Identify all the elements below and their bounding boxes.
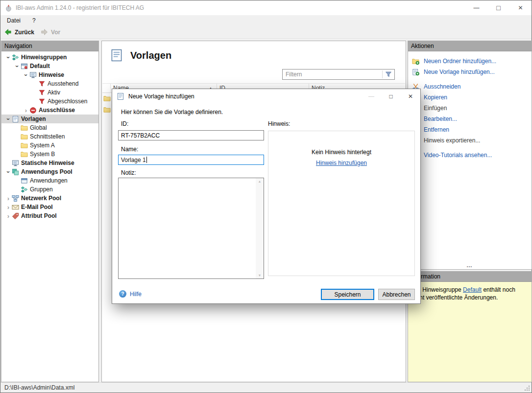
chevron-down-icon[interactable] xyxy=(5,169,12,175)
tree-item-netzwerk-pool[interactable]: Netzwerk Pool xyxy=(1,194,98,203)
action-video-tutorials[interactable]: Video-Tutorials ansehen... xyxy=(408,150,532,161)
close-button[interactable]: ✕ xyxy=(509,0,532,15)
minimize-button[interactable]: — xyxy=(465,0,487,15)
action-edit[interactable]: Bearbeiten... xyxy=(408,114,532,124)
tree-item-label: Default xyxy=(30,63,50,69)
dialog-close-button[interactable]: ✕ xyxy=(401,89,420,104)
template-icon xyxy=(12,116,19,123)
resize-grip-icon[interactable] xyxy=(524,385,530,391)
information-text: Die Hinweisgruppe Default enthält noch n… xyxy=(408,282,532,382)
menu-help[interactable]: ? xyxy=(32,17,36,24)
cancel-button[interactable]: Abbrechen xyxy=(378,289,415,300)
tree-item-ausschluesse[interactable]: Ausschlüsse xyxy=(1,106,98,115)
chevron-right-icon[interactable] xyxy=(5,213,12,219)
action-new-folder[interactable]: Neuen Ordner hinzufügen... xyxy=(408,56,532,67)
status-bar: D:\IBI-aws\Admin\Data.xml xyxy=(0,382,532,393)
mail-icon xyxy=(12,204,19,211)
chevron-down-icon[interactable] xyxy=(5,116,12,122)
app-window: IBI-aws Admin 1.24.0 - registriert für I… xyxy=(0,0,532,393)
action-remove[interactable]: Entfernen xyxy=(408,124,532,135)
tree-item-label: Global xyxy=(30,124,47,131)
forward-arrow-icon xyxy=(40,28,48,36)
dialog-minimize-button: — xyxy=(362,89,381,104)
stack-icon xyxy=(12,168,19,176)
funnel-icon xyxy=(38,80,46,88)
divider xyxy=(382,70,383,78)
dialog-intro-text: Hier können Sie die Vorlage definieren. xyxy=(121,109,223,116)
tree-item-aktiv[interactable]: Aktiv xyxy=(1,88,98,97)
back-button[interactable]: Zurück xyxy=(4,28,34,36)
tree-item-label: Vorlagen xyxy=(21,116,46,122)
save-button[interactable]: Speichern xyxy=(321,289,374,300)
tree-item-anwendungen[interactable]: Anwendungen xyxy=(1,176,98,185)
filter-funnel-icon[interactable] xyxy=(385,70,392,78)
dialog-titlebar: Neue Vorlage hinzufügen — □ ✕ xyxy=(112,89,420,104)
tree-item-schnittstellen[interactable]: Schnittstellen xyxy=(1,132,98,141)
tree-item-anwendungs-pool[interactable]: Anwendungs Pool xyxy=(1,167,98,176)
tree-item-statische-hinweise[interactable]: Statische Hinweise xyxy=(1,159,98,167)
menu-datei[interactable]: Datei xyxy=(7,17,21,24)
menu-bar: Datei ? xyxy=(0,15,532,26)
tree-item-ausstehend[interactable]: Ausstehend xyxy=(1,79,98,88)
action-copy[interactable]: Kopieren xyxy=(408,92,532,103)
tree-item-label: Ausstehend xyxy=(48,80,78,87)
maximize-button[interactable]: □ xyxy=(487,0,509,15)
title-bar: IBI-aws Admin 1.24.0 - registriert für I… xyxy=(0,0,532,15)
new-template-icon xyxy=(412,69,419,76)
navigation-tree: Hinweisgruppen Default Hinweise Ausstehe… xyxy=(1,51,98,220)
network-icon xyxy=(12,195,19,202)
page-title-row: Vorlagen xyxy=(110,48,171,62)
status-path: D:\IBI-aws\Admin\Data.xml xyxy=(4,384,74,391)
navigation-panel: Navigation Hinweisgruppen Default Hinwei… xyxy=(1,41,99,382)
tree-item-label: Hinweisgruppen xyxy=(21,54,67,61)
forward-button: Vor xyxy=(40,28,60,36)
chevron-down-icon[interactable] xyxy=(23,72,29,78)
chevron-right-icon[interactable] xyxy=(5,204,12,210)
chevron-right-icon[interactable] xyxy=(23,107,29,114)
tree-item-label: System B xyxy=(30,151,55,158)
chevron-down-icon[interactable] xyxy=(5,54,12,61)
folder-icon xyxy=(21,151,28,158)
tree-item-label: Aktiv xyxy=(48,89,60,96)
dialog-maximize-button[interactable]: □ xyxy=(381,89,401,104)
tree-item-gruppen[interactable]: Gruppen xyxy=(1,185,98,194)
tree-item-abgeschlossen[interactable]: Abgeschlossen xyxy=(1,97,98,106)
help-link[interactable]: ? Hilfe xyxy=(119,290,142,298)
tree-item-label: System A xyxy=(30,142,55,149)
tree-item-attribut-pool[interactable]: Attribut Pool xyxy=(1,211,98,220)
chevron-right-icon[interactable] xyxy=(5,195,12,202)
tree-item-label: Abgeschlossen xyxy=(48,98,87,105)
scrollbar: ▲ ▼ xyxy=(256,178,264,278)
default-group-link[interactable]: Default xyxy=(463,286,482,293)
tree-item-email-pool[interactable]: E-Mail Pool xyxy=(1,203,98,211)
actions-overflow[interactable]: … xyxy=(408,262,532,269)
app-window-icon xyxy=(21,63,28,70)
tree-item-hinweise[interactable]: Hinweise xyxy=(1,70,98,79)
column-header-icon[interactable] xyxy=(102,84,111,92)
tree-item-hinweisgruppen[interactable]: Hinweisgruppen xyxy=(1,53,98,62)
name-input[interactable]: Vorlage 1 xyxy=(118,155,264,165)
window-icon xyxy=(21,177,28,185)
hinweis-add-link[interactable]: Hinweis hinzufügen xyxy=(316,160,367,166)
action-cut[interactable]: Ausschneiden xyxy=(408,81,532,92)
chevron-down-icon[interactable] xyxy=(14,63,21,69)
tree-item-global[interactable]: Global xyxy=(1,123,98,132)
action-label: Entfernen xyxy=(424,126,449,133)
action-label: Bearbeiten... xyxy=(424,116,457,122)
tree-item-default[interactable]: Default xyxy=(1,62,98,70)
tree-item-vorlagen[interactable]: Vorlagen xyxy=(1,115,98,123)
id-input[interactable] xyxy=(118,130,264,140)
group-icon xyxy=(21,186,28,193)
notiz-textarea[interactable]: ▲ ▼ xyxy=(118,178,264,279)
actions-header: Aktionen xyxy=(408,41,532,51)
tree-item-label: Ausschlüsse xyxy=(39,107,75,114)
actions-panel: Aktionen Neuen Ordner hinzufügen... Neue… xyxy=(408,41,532,270)
new-folder-icon xyxy=(412,58,419,65)
hinweis-panel: Kein Hinweis hinterlegt Hinweis hinzufüg… xyxy=(268,131,415,276)
tree-item-label: Attribut Pool xyxy=(21,212,57,219)
action-new-template[interactable]: Neue Vorlage hinzufügen... xyxy=(408,67,532,77)
tree-item-system-b[interactable]: System B xyxy=(1,150,98,159)
notiz-label: Notiz: xyxy=(121,169,136,176)
tree-item-system-a[interactable]: System A xyxy=(1,141,98,150)
filter-input[interactable] xyxy=(283,71,382,78)
